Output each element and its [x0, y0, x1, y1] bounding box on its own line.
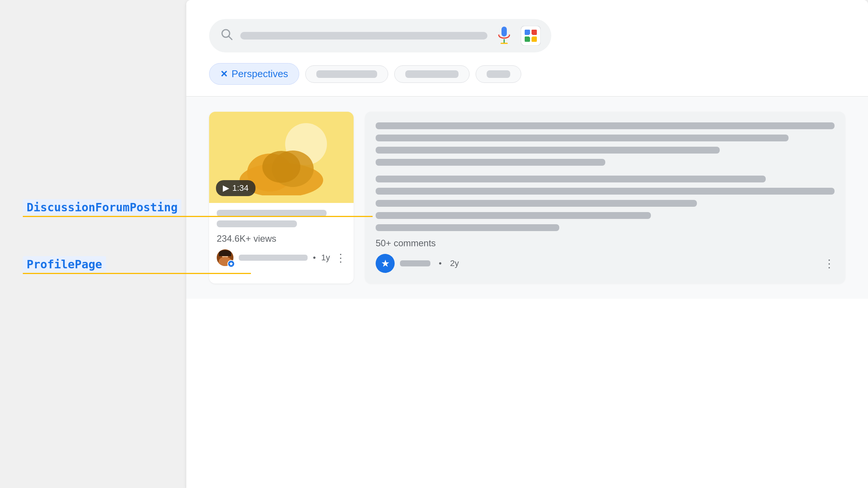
chip-3-placeholder — [405, 70, 459, 78]
play-icon: ▶ — [223, 183, 229, 193]
author-name — [239, 255, 308, 261]
chip-4-placeholder — [487, 70, 510, 78]
play-badge[interactable]: ▶ 1:34 — [216, 180, 255, 196]
video-more-button[interactable]: ⋮ — [335, 252, 346, 264]
video-time-ago: 1y — [321, 253, 330, 263]
svg-point-10 — [529, 34, 533, 38]
filter-chip-4[interactable] — [476, 65, 521, 83]
star-icon: ★ — [381, 258, 390, 269]
article-more-button[interactable]: ⋮ — [824, 257, 835, 270]
article-line-9 — [376, 224, 559, 231]
perspectives-chip-label: Perspectives — [232, 68, 288, 80]
svg-line-1 — [229, 36, 232, 40]
chip-2-placeholder — [316, 70, 377, 78]
video-title-line-2 — [217, 220, 297, 227]
article-dot: • — [439, 258, 442, 268]
article-spacer-1 — [376, 171, 835, 176]
search-actions — [494, 26, 541, 46]
author-avatar-wrapper[interactable] — [217, 249, 233, 266]
article-line-8 — [376, 212, 651, 219]
profile-line — [23, 273, 251, 274]
svg-rect-8 — [525, 36, 530, 42]
video-thumbnail[interactable]: ▶ 1:34 — [209, 112, 354, 203]
svg-rect-7 — [532, 30, 537, 35]
comment-count: 50+ comments — [376, 238, 835, 249]
mic-icon[interactable] — [494, 26, 514, 46]
article-line-6 — [376, 188, 835, 195]
article-time-ago: 2y — [450, 258, 459, 268]
article-line-5 — [376, 176, 766, 182]
author-trust-badge — [227, 260, 235, 268]
article-line-1 — [376, 122, 835, 129]
article-card: 50+ comments ★ • 2y ⋮ — [365, 112, 845, 284]
close-icon[interactable]: ✕ — [220, 69, 228, 79]
results-section: ▶ 1:34 234.6K+ views — [186, 97, 868, 299]
filter-chips-row: ✕ Perspectives — [209, 63, 521, 85]
profile-label: ProfilePage — [23, 256, 106, 273]
video-card: ▶ 1:34 234.6K+ views — [209, 112, 354, 284]
video-meta: 234.6K+ views — [209, 203, 354, 273]
article-line-7 — [376, 200, 697, 207]
video-author-row: • 1y ⋮ — [217, 249, 346, 266]
svg-rect-2 — [501, 27, 507, 36]
article-author-avatar[interactable]: ★ — [376, 254, 395, 273]
article-line-4 — [376, 159, 605, 166]
page-wrapper: DiscussionForumPosting ProfilePage — [0, 0, 868, 488]
article-author-row: ★ • 2y ⋮ — [376, 254, 835, 273]
article-line-3 — [376, 147, 720, 154]
browser-panel: ✕ Perspectives — [186, 0, 868, 488]
author-time: • — [313, 253, 316, 263]
filter-chip-2[interactable] — [305, 65, 388, 83]
article-line-2 — [376, 135, 789, 141]
search-placeholder — [240, 32, 487, 40]
search-icon — [220, 27, 233, 44]
svg-point-14 — [262, 151, 300, 183]
article-author-name — [400, 260, 430, 266]
search-section: ✕ Perspectives — [186, 0, 868, 97]
perspectives-chip[interactable]: ✕ Perspectives — [209, 63, 299, 85]
discussion-line — [23, 216, 373, 217]
filter-chip-3[interactable] — [394, 65, 470, 83]
video-duration: 1:34 — [232, 183, 249, 193]
discussion-label: DiscussionForumPosting — [23, 199, 181, 215]
search-bar[interactable] — [209, 19, 551, 52]
svg-rect-6 — [525, 30, 530, 35]
lens-icon[interactable] — [521, 26, 541, 46]
svg-rect-9 — [532, 36, 537, 42]
view-count: 234.6K+ views — [217, 233, 346, 244]
